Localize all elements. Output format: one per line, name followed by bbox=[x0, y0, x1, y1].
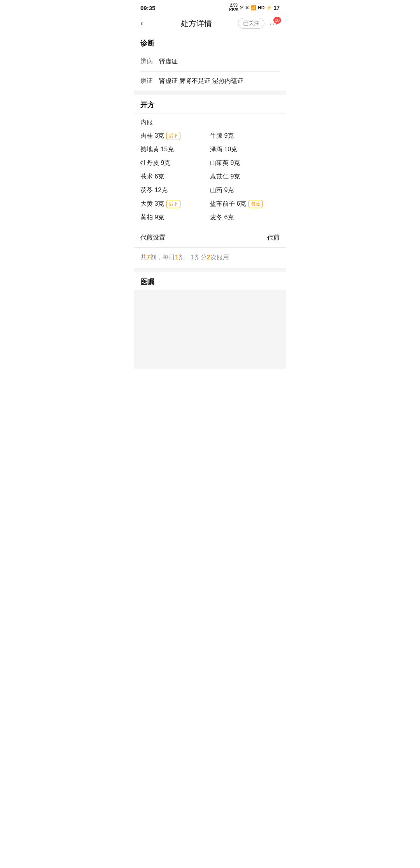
medicine-item-left-0: 肉桂 3克后下 bbox=[140, 132, 210, 140]
medicine-name: 大黄 3克 bbox=[140, 200, 164, 208]
medicine-name: 山茱萸 9克 bbox=[210, 159, 240, 167]
medicine-name: 牡丹皮 9克 bbox=[140, 159, 170, 167]
bing-value: 肾虚证 bbox=[159, 58, 280, 66]
medicine-item-left-5: 大黄 3克后下 bbox=[140, 200, 210, 208]
notification-badge: 10 bbox=[273, 17, 281, 24]
medicine-tag: 后下 bbox=[166, 132, 180, 140]
section-gap-1 bbox=[134, 91, 286, 95]
decoct-value: 代煎 bbox=[267, 234, 280, 242]
nav-actions: 已关注 ··· 10 bbox=[238, 18, 280, 29]
medicine-item-left-1: 熟地黄 15克 bbox=[140, 145, 210, 154]
speed-icon: 2.59KB/S bbox=[229, 3, 238, 12]
prescription-sub-type: 内服 bbox=[134, 114, 286, 130]
medicine-item-left-6: 黄柏 9克 bbox=[140, 214, 210, 222]
medicine-item-right-4: 山药 9克 bbox=[210, 186, 280, 194]
section-gap-2 bbox=[134, 268, 286, 272]
medicine-item-right-2: 山茱萸 9克 bbox=[210, 159, 280, 167]
bluetooth-icon: ℱ bbox=[240, 5, 243, 10]
orders-content bbox=[134, 291, 286, 369]
bing-label: 辨病 bbox=[140, 58, 154, 66]
zheng-value: 肾虚证 脾肾不足证 湿热内蕴证 bbox=[159, 77, 280, 85]
orders-title: 医嘱 bbox=[140, 278, 154, 286]
battery-level: 17 bbox=[273, 5, 280, 11]
medicine-name: 泽泻 10克 bbox=[210, 145, 237, 154]
decoct-row: 代煎设置 代煎 bbox=[134, 228, 286, 247]
diagnosis-section-header: 诊断 bbox=[134, 33, 286, 52]
dosage-row: 共7剂，每日1剂，1剂分2次服用 bbox=[134, 248, 286, 268]
hd-label: HD bbox=[258, 5, 264, 10]
medicine-name: 肉桂 3克 bbox=[140, 132, 164, 140]
signal-icon: ✕ bbox=[245, 5, 249, 10]
medicine-item-right-5: 盐车前子 6克包煎 bbox=[210, 200, 280, 208]
dosage-mid2: 剂，1剂分 bbox=[178, 254, 207, 261]
page-title: 处方详情 bbox=[154, 18, 238, 29]
follow-button[interactable]: 已关注 bbox=[238, 18, 264, 29]
decoct-label: 代煎设置 bbox=[140, 234, 165, 242]
status-bar: 09:35 2.59KB/S ℱ ✕ 📶 HD ⚡ 17 bbox=[134, 0, 286, 14]
more-button[interactable]: ··· 10 bbox=[268, 19, 280, 28]
medicine-name: 麦冬 6克 bbox=[210, 214, 234, 222]
diagnosis-title: 诊断 bbox=[140, 39, 154, 47]
network-icon: 📶 bbox=[250, 5, 256, 10]
dosage-num2: 1 bbox=[175, 254, 178, 261]
dosage-num3: 2 bbox=[207, 254, 210, 261]
dosage-num1: 7 bbox=[147, 254, 150, 261]
charge-icon: ⚡ bbox=[266, 5, 272, 10]
medicine-name: 山药 9克 bbox=[210, 186, 234, 194]
dosage-mid1: 剂，每日 bbox=[150, 254, 175, 261]
medicine-name: 薏苡仁 9克 bbox=[210, 173, 240, 181]
back-button[interactable]: ‹ bbox=[140, 18, 154, 28]
medicine-item-left-3: 苍术 6克 bbox=[140, 173, 210, 181]
medicine-item-left-2: 牡丹皮 9克 bbox=[140, 159, 210, 167]
medicine-name: 黄柏 9克 bbox=[140, 214, 164, 222]
medicine-item-right-0: 牛膝 9克 bbox=[210, 132, 280, 140]
prescription-section-header: 开方 bbox=[134, 95, 286, 114]
dosage-pre: 共 bbox=[140, 254, 147, 261]
orders-section-header: 医嘱 bbox=[134, 272, 286, 290]
medicine-name: 苍术 6克 bbox=[140, 173, 164, 181]
medicine-item-right-3: 薏苡仁 9克 bbox=[210, 173, 280, 181]
medicine-name: 盐车前子 6克 bbox=[210, 200, 246, 208]
medicine-item-right-1: 泽泻 10克 bbox=[210, 145, 280, 154]
prescription-title: 开方 bbox=[140, 101, 154, 109]
medicine-grid: 肉桂 3克后下牛膝 9克熟地黄 15克泽泻 10克牡丹皮 9克山茱萸 9克苍术 … bbox=[134, 130, 286, 228]
medicine-tag: 后下 bbox=[166, 200, 180, 208]
medicine-item-right-6: 麦冬 6克 bbox=[210, 214, 280, 222]
status-time: 09:35 bbox=[140, 5, 155, 11]
medicine-name: 茯苓 12克 bbox=[140, 186, 168, 194]
medicine-item-left-4: 茯苓 12克 bbox=[140, 186, 210, 194]
bing-row: 辨病 肾虚证 bbox=[134, 52, 286, 71]
dosage-suf: 次服用 bbox=[210, 254, 229, 261]
zheng-label: 辨证 bbox=[140, 77, 154, 85]
medicine-name: 熟地黄 15克 bbox=[140, 145, 174, 154]
medicine-name: 牛膝 9克 bbox=[210, 132, 234, 140]
status-icons: 2.59KB/S ℱ ✕ 📶 HD ⚡ 17 bbox=[229, 3, 280, 12]
medicine-tag: 包煎 bbox=[248, 200, 262, 208]
nav-bar: ‹ 处方详情 已关注 ··· 10 bbox=[134, 14, 286, 33]
zheng-row: 辨证 肾虚证 脾肾不足证 湿热内蕴证 bbox=[134, 72, 286, 91]
